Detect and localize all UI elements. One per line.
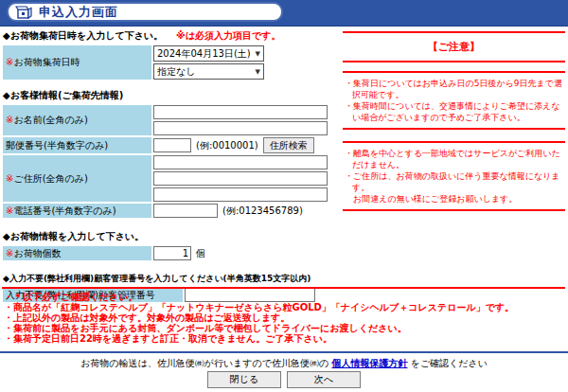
warning-item: ・商品名が「紅麹コレステヘルプ」「ナットウキナーゼさらさら粒GOLD」「ナイシヘ… <box>4 302 566 312</box>
address-input-2[interactable] <box>153 171 328 186</box>
pickup-time-select[interactable]: 指定なし ▼ <box>153 63 264 80</box>
warning-item: ・＊以下必ずご確認ください。 <box>4 292 566 302</box>
customer-table: ※お名前(全角のみ) 郵便番号(半角数字のみ) (例:0010001) 住所検索… <box>3 105 336 218</box>
notice-item: ・集荷時間については、交通事情によりご希望に添えない場合がございますので予めご了… <box>345 100 563 123</box>
notice-title-box: 【ご注意】 <box>343 31 565 62</box>
pickup-datetime-label: ※お荷物集荷日時 <box>3 45 151 80</box>
notice-item: ・離島を中心とする一部地域ではサービスがご利用いただけません。 <box>345 148 563 170</box>
page-title-box: 申込入力画面 <box>7 2 283 22</box>
app-header: 申込入力画面 <box>0 0 568 27</box>
required-note: ※は必須入力項目です。 <box>176 29 280 43</box>
notice-item: ・ご住所は、お荷物の取扱いに伴う重要な情報になります。 <box>345 170 563 193</box>
address-search-button[interactable]: 住所検索 <box>263 137 314 153</box>
customer-number-section-heading: ◆入力不要(弊社利用欄)顧客管理番号を入力してください(半角英数15文字以内) <box>3 273 336 285</box>
next-button[interactable]: 次へ <box>287 371 361 388</box>
privacy-policy-link[interactable]: 個人情報保護方針 <box>331 358 407 368</box>
notice-item: ・集荷日についてはお申込み日の5日後から9日先まで選択可能です。 <box>345 78 563 100</box>
package-table: ※お荷物個数 個 <box>3 246 336 260</box>
postal-label: 郵便番号(半角数字のみ) <box>3 137 151 153</box>
phone-label: ※電話番号(半角数字のみ) <box>3 204 151 218</box>
notice-panel: 【ご注意】 ・集荷日についてはお申込み日の5日後から9日先まで選択可能です。 ・… <box>343 31 565 211</box>
address-label: ※ご住所(全角のみ) <box>3 155 151 202</box>
warning-item: ・集荷予定日前日22時を過ぎますと訂正・取消できません。ご了承下さい。 <box>4 333 566 344</box>
warning-item: ・集荷前に製品をお手元にある封筒、ダンボール等で梱包してドライバーにお渡しくださ… <box>4 323 566 333</box>
notice-title: 【ご注意】 <box>428 41 480 53</box>
footer-divider <box>0 351 568 353</box>
name-input-1[interactable] <box>153 105 328 119</box>
quantity-label: ※お荷物個数 <box>3 246 151 260</box>
application-input-screen: 申込入力画面 ◆お荷物集荷日時を入力して下さい。 ※は必須入力項目です。 ※お荷… <box>0 0 568 392</box>
package-section-heading: ◆お荷物情報を入力して下さい。 <box>3 230 336 243</box>
notice-item: お間違えの無い様にご登録お願いします。 <box>345 193 563 205</box>
address-input-3[interactable] <box>153 187 328 202</box>
footer-buttons: 閉じる 次へ <box>0 371 568 388</box>
pickup-date-select[interactable]: 2024年04月13日(土) ▼ <box>153 45 264 62</box>
notice-block-2: ・離島を中心とする一部地域ではサービスがご利用いただけません。 ・ご住所は、お荷… <box>343 141 565 211</box>
quantity-unit: 個 <box>196 247 205 260</box>
pickup-table: ※お荷物集荷日時 2024年04月13日(土) ▼ 指定なし ▼ <box>3 45 336 80</box>
name-input-2[interactable] <box>153 121 328 135</box>
address-input-1[interactable] <box>153 155 328 169</box>
phone-input[interactable] <box>153 204 218 218</box>
phone-example: (例:0123456789) <box>222 205 303 218</box>
footer-text: お荷物の輸送は、佐川急便㈱が行いますので佐川急便㈱の 個人情報保護方針 をご確認… <box>0 357 568 370</box>
name-label: ※お名前(全角のみ) <box>3 105 151 135</box>
pickup-section-heading: ◆お荷物集荷日時を入力して下さい。 <box>3 29 163 43</box>
close-button[interactable]: 閉じる <box>207 371 281 388</box>
postal-example: (例:0010001) <box>196 139 258 152</box>
customer-section-heading: ◆お客様情報(ご集荷先情報) <box>3 89 336 102</box>
package-icon <box>15 5 32 19</box>
page-title: 申込入力画面 <box>39 4 118 21</box>
dropdown-arrow-icon: ▼ <box>256 68 260 76</box>
warnings-list: ・＊以下必ずご確認ください。 ・商品名が「紅麹コレステヘルプ」「ナットウキナーゼ… <box>4 292 566 344</box>
quantity-input[interactable] <box>153 246 191 260</box>
form-column: ◆お荷物集荷日時を入力して下さい。 ※は必須入力項目です。 ※お荷物集荷日時 2… <box>3 29 336 302</box>
notice-block-1: ・集荷日についてはお申込み日の5日後から9日先まで選択可能です。 ・集荷時間につ… <box>343 71 565 130</box>
postal-input[interactable] <box>153 138 191 152</box>
red-divider <box>2 287 565 289</box>
warning-item: ・上記以外の製品は対象外です。対象外の製品はご返送致します。 <box>4 312 566 323</box>
dropdown-arrow-icon: ▼ <box>256 50 260 58</box>
